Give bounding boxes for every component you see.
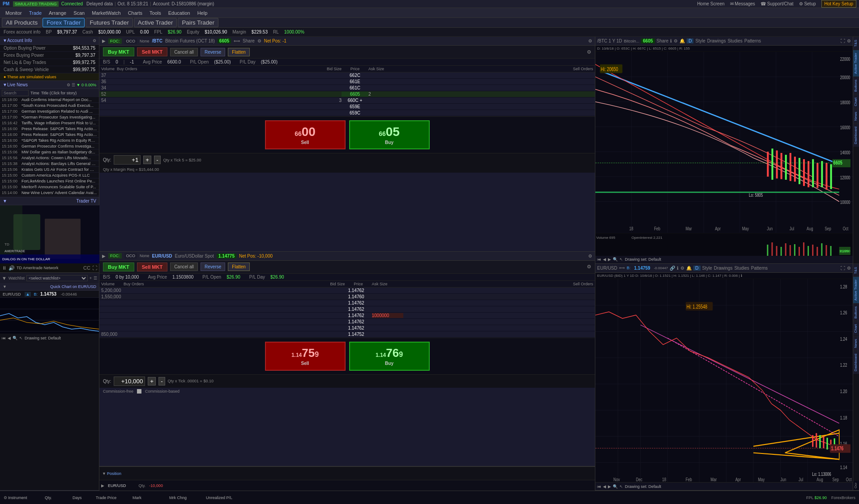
eurusd-qty-up[interactable]: +: [148, 377, 156, 385]
eurusd-chart-gear[interactable]: ⚙: [847, 266, 851, 271]
tv-video-player[interactable]: TD AMERITRADE DIALOG IN ON THE DOLLAR: [0, 205, 99, 263]
btc-flatten-btn[interactable]: Flatten: [228, 48, 250, 56]
eurusd-tab-ts[interactable]: T&S: [853, 264, 859, 277]
eurusd-panel-collapse[interactable]: ▶: [102, 254, 106, 258]
btc-chart-studies[interactable]: Studies: [727, 38, 742, 43]
tv-fullscreen-btn[interactable]: ⛶: [92, 265, 97, 271]
btc-ob-row[interactable]: 52 6605 2: [99, 91, 595, 97]
eurusd-chart-maximize[interactable]: ⛶: [841, 266, 845, 271]
sub-all-products[interactable]: All Products: [2, 18, 42, 27]
eurusd-chart-style[interactable]: Style: [702, 266, 712, 271]
btc-panel-collapse[interactable]: ▶: [102, 38, 106, 43]
btc-sell-mkt-btn[interactable]: Sell MKT: [137, 47, 167, 56]
news-row[interactable]: 15:17:00*German Prosecutor Says Investig…: [0, 114, 99, 120]
btc-share-btn[interactable]: Share: [243, 38, 255, 43]
btc-tab-ts[interactable]: T&S: [853, 37, 859, 50]
eurusd-buy-price-btn[interactable]: 1.14769 Buy: [349, 342, 430, 371]
news-row[interactable]: 15:15:00Custom America Acquires POS-X LL…: [0, 173, 99, 178]
news-search-input[interactable]: [2, 90, 29, 96]
btc-ob-row[interactable]: 659E: [99, 104, 595, 110]
eurusd-chart-link[interactable]: 🔗: [670, 266, 675, 271]
eurusd-tab-chart[interactable]: Chart: [853, 321, 859, 336]
eurusd-ctrl-zoom[interactable]: 🔍: [613, 484, 618, 489]
watchlist-select[interactable]: <select watchlist>: [26, 275, 88, 281]
tv-volume-btn[interactable]: 🔊: [9, 265, 15, 271]
news-config-btn[interactable]: ⚙: [67, 83, 70, 87]
eurusd-tab-dashboard[interactable]: Dashboard: [853, 351, 859, 374]
eurusd-ctrl-prev[interactable]: ◀: [603, 484, 606, 489]
btc-chart-share[interactable]: Share: [657, 38, 669, 43]
btc-qty-up[interactable]: +: [143, 156, 151, 164]
news-row[interactable]: 15:15:06MW Dollar gains as Italian budge…: [0, 149, 99, 155]
eurusd-chart-patterns[interactable]: Patterns: [751, 266, 768, 271]
news-row[interactable]: 15:16:00German Prosecutor Confirms Inves…: [0, 144, 99, 149]
btc-sell-price-btn[interactable]: 6600 Sell: [265, 120, 346, 149]
btc-tab-dashboard[interactable]: Dashboard: [853, 123, 859, 147]
btc-qty-down[interactable]: -: [154, 156, 160, 164]
news-row[interactable]: 15:15:00Meritor® Announces Scalable Suit…: [0, 184, 99, 190]
btc-chart-drawings[interactable]: Drawings: [707, 38, 726, 43]
btc-config-btn[interactable]: ⚙: [257, 38, 261, 43]
eurusd-flatten-btn[interactable]: Flatten: [228, 263, 250, 271]
btc-ob-row[interactable]: 36 661E: [99, 79, 595, 85]
eurusd-chart-bell[interactable]: 🔔: [686, 266, 692, 271]
btc-tab-chart[interactable]: Chart: [853, 94, 859, 109]
eurusd-ocr-label[interactable]: Ocr: [853, 481, 859, 490]
setup-btn[interactable]: ⚙ Setup: [799, 1, 816, 6]
mini-chart-back-btn[interactable]: ◀: [8, 336, 11, 340]
btc-buy-price-btn[interactable]: 6605 Buy: [349, 120, 430, 149]
account-info-header[interactable]: ▼ Account Info ⚙: [0, 37, 99, 45]
news-filter-btn[interactable]: ☰: [72, 83, 75, 87]
messages-btn[interactable]: ✉ Messages: [730, 1, 755, 6]
eurusd-cancel-btn[interactable]: Cancel all: [170, 263, 198, 271]
btc-ctrl-cursor[interactable]: ↖: [620, 257, 623, 262]
eurusd-chart-timeframe[interactable]: D: [693, 266, 700, 271]
news-row[interactable]: 15:15:38Analyst Actions: Barclays Lifts …: [0, 161, 99, 167]
mini-chart-cursor-btn[interactable]: ↖: [19, 336, 23, 340]
btc-ctrl-zoom[interactable]: 🔍: [613, 257, 618, 262]
watchlist-menu-btn[interactable]: ☰: [94, 276, 97, 280]
eurusd-qty-input[interactable]: [114, 377, 145, 386]
eurusd-qty-down[interactable]: -: [158, 377, 165, 385]
news-row[interactable]: 15:16:00Press Release: S&PGR Takes Rtg A…: [0, 126, 99, 132]
btc-buy-mkt-btn[interactable]: Buy MKT: [103, 47, 134, 56]
btc-tab-active-trader[interactable]: Active Trader: [853, 50, 859, 76]
commission-toggle[interactable]: [137, 389, 141, 394]
eurusd-ob-row[interactable]: 1,550,000 1.14760: [99, 294, 595, 300]
sub-pairs-trader[interactable]: Pairs Trader: [178, 18, 218, 27]
eurusd-chart-symbol-btn[interactable]: EUR/USD: [597, 266, 617, 271]
eurusd-tab-buttons[interactable]: Buttons: [853, 303, 859, 321]
live-news-header[interactable]: ▼ Live News ⚙ ☰ ▼ 0 0.00%: [0, 81, 99, 89]
news-row[interactable]: 15:16:00*S&PGR Takes Rtg Actions In Equi…: [0, 138, 99, 144]
btc-chart-bell[interactable]: 🔔: [680, 38, 685, 43]
btc-tab-buttons[interactable]: Buttons: [853, 76, 859, 94]
menu-tools[interactable]: Tools: [146, 9, 165, 17]
eurusd-ob-row[interactable]: 1.14762: [99, 319, 595, 325]
eurusd-ob-row[interactable]: 1.14762: [99, 306, 595, 313]
news-row[interactable]: 15:18:00Audi Confirms Internal Report on…: [0, 97, 99, 103]
btc-chart-style[interactable]: Style: [695, 38, 705, 43]
btc-chart-timeframe[interactable]: D: [687, 38, 693, 43]
sub-forex-trader[interactable]: Forex Trader: [43, 18, 85, 27]
eurusd-chart-studies[interactable]: Studies: [734, 266, 749, 271]
btc-cancel-btn[interactable]: Cancel all: [170, 48, 198, 56]
btc-tab-news[interactable]: News: [853, 109, 859, 123]
eurusd-gear-btn[interactable]: ⚙: [588, 254, 592, 258]
news-row[interactable]: 15:15:00ForLikeMinds Launches First Onli…: [0, 178, 99, 184]
mini-chart-zoom-btn[interactable]: 🔍: [13, 336, 17, 340]
btc-panel-gear2[interactable]: ⚙: [587, 49, 591, 55]
eurusd-ctrl-back[interactable]: ⏮: [597, 484, 601, 489]
btc-chart-maximize[interactable]: ⛶: [841, 38, 845, 43]
menu-trade[interactable]: Trade: [26, 9, 45, 17]
news-row[interactable]: 15:17:00*South Korea Prosecuted Audi Exe…: [0, 103, 99, 109]
menu-monitor[interactable]: Monitor: [2, 9, 26, 17]
tv-cc-btn[interactable]: CC: [83, 265, 90, 271]
menu-education[interactable]: Education: [165, 9, 194, 17]
hotkey-btn[interactable]: Hot Key Setup: [821, 0, 856, 8]
menu-charts[interactable]: Charts: [124, 9, 146, 17]
homescreen-btn[interactable]: Home Screen: [697, 1, 724, 6]
eurusd-ctrl-fwd[interactable]: ▶: [608, 484, 611, 489]
btc-ob-row[interactable]: 34 661C: [99, 85, 595, 91]
eurusd-buy-mkt-btn[interactable]: Buy MKT: [103, 263, 134, 271]
btc-ob-row[interactable]: 37 662C: [99, 72, 595, 79]
